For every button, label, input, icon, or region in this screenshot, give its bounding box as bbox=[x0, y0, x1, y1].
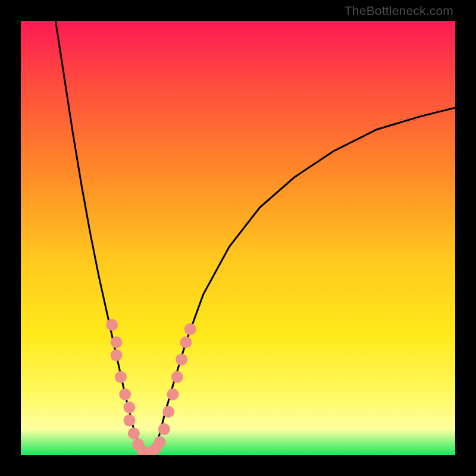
highlight-points bbox=[106, 319, 196, 455]
marker-point bbox=[154, 436, 166, 448]
marker-point bbox=[115, 371, 127, 383]
marker-point bbox=[119, 389, 131, 400]
bottleneck-curve bbox=[55, 21, 455, 453]
marker-point bbox=[124, 402, 136, 414]
marker-point bbox=[180, 336, 192, 348]
chart-frame: TheBottleneck.com bbox=[0, 0, 476, 476]
marker-point bbox=[171, 371, 183, 383]
marker-point bbox=[176, 353, 187, 365]
marker-point bbox=[111, 349, 123, 361]
marker-point bbox=[106, 319, 118, 331]
plot-area bbox=[21, 21, 455, 455]
marker-point bbox=[184, 323, 196, 335]
marker-point bbox=[167, 389, 179, 400]
curve-layer bbox=[21, 21, 455, 455]
marker-point bbox=[111, 336, 123, 348]
marker-point bbox=[124, 415, 136, 427]
marker-point bbox=[128, 428, 140, 440]
marker-point bbox=[162, 406, 174, 418]
watermark-text: TheBottleneck.com bbox=[345, 4, 453, 18]
marker-point bbox=[158, 423, 170, 435]
